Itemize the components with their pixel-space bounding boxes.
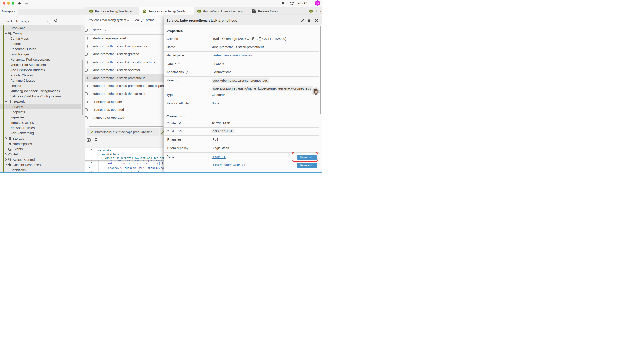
svg-text:*: * <box>142 19 144 22</box>
